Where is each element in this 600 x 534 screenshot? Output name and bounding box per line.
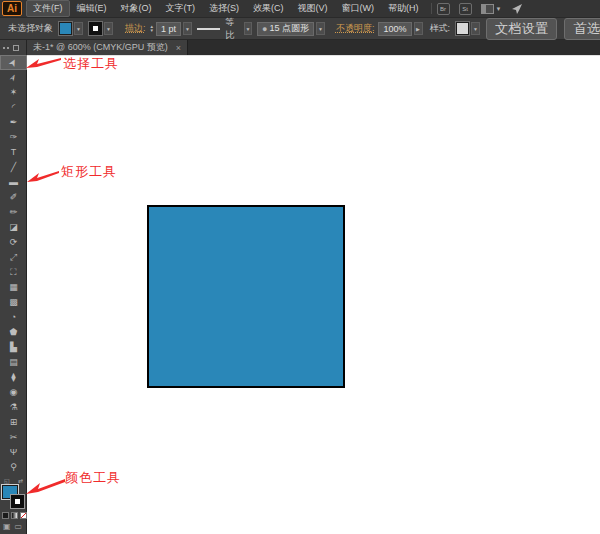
default-fill-stroke-icon[interactable]: ◱ [4,477,10,484]
workspace-switcher[interactable]: ▼ [481,4,502,14]
share-icon[interactable] [511,3,523,15]
color-button[interactable] [2,512,9,519]
document-tab[interactable]: 未-1* @ 600% (CMYK/GPU 预览) × [27,40,188,55]
artboard-tool[interactable]: ⊞ [0,415,27,430]
swap-fill-stroke-icon[interactable]: ⇄ [18,477,23,484]
close-icon[interactable]: × [176,43,181,53]
tab-bar: 未-1* @ 600% (CMYK/GPU 预览) × [0,40,600,55]
brush-dot-icon: ● [262,24,267,34]
chevron-down-icon[interactable]: ▼ [316,22,325,35]
stroke-width-stepper[interactable]: ▲▼ [150,25,154,33]
stroke-color-control[interactable]: ▼ [89,22,113,35]
eyedropper-tool[interactable]: ⧫ [0,370,27,385]
menu-select[interactable]: 选择(S) [202,0,246,17]
stroke-panel-link[interactable]: 描边: [125,22,146,35]
opacity-dropdown[interactable]: 100% ▶ [378,22,422,36]
zoom-tool[interactable]: ⚲ [0,460,27,475]
rectangle-tool[interactable]: ▬ [0,175,27,190]
eraser-tool[interactable]: ◪ [0,220,27,235]
artboard-canvas[interactable] [27,55,600,534]
selection-status: 未选择对象 [8,22,53,35]
rotate-tool[interactable]: ⟳ [0,235,27,250]
stroke-width-value[interactable]: 1 pt [156,22,181,36]
chevron-down-icon[interactable]: ▼ [244,22,252,35]
drawing-mode-icon[interactable]: ▣ [3,522,11,531]
brush-label: 15 点圆形 [269,22,309,35]
opacity-panel-link[interactable]: 不透明度: [336,22,375,35]
menu-file[interactable]: 文件(F) [26,0,70,17]
hand-tool[interactable]: Ψ [0,445,27,460]
blend-tool[interactable]: ◉ [0,385,27,400]
pen-tool[interactable]: ✒ [0,115,27,130]
style-swatch[interactable] [456,22,469,35]
chevron-down-icon[interactable]: ▼ [104,22,113,35]
none-button[interactable] [20,512,27,519]
color-controls: ◱ ⇄ ▣ ▭ [0,476,27,534]
perspective-grid-tool[interactable]: ▦ [0,280,27,295]
menu-window[interactable]: 窗口(W) [335,0,382,17]
scale-tool[interactable]: ⤢ [0,250,27,265]
paintbrush-tool[interactable]: ✐ [0,190,27,205]
fill-color-swatch[interactable] [59,22,72,35]
line-segment-tool[interactable]: ╱ [0,160,27,175]
screen-mode-icon[interactable]: ▭ [15,522,23,531]
graph-tool[interactable]: ▙ [0,340,27,355]
menu-effect[interactable]: 效果(C) [246,0,291,17]
selection-tool-icon: ➤ [7,56,20,68]
brush-dropdown[interactable]: ● 15 点圆形 ▼ [257,22,325,36]
direct-selection-tool-icon: ➢ [7,71,20,83]
style-dropdown[interactable]: ▼ [456,22,480,35]
menu-object[interactable]: 对象(O) [114,0,159,17]
menu-type[interactable]: 文字(T) [159,0,203,17]
gradient-button[interactable] [11,512,18,519]
brush-value[interactable]: ● 15 点圆形 [257,22,314,36]
graph-tool-icon: ▙ [10,343,17,352]
lasso-tool-icon: ◜ [12,103,16,112]
preferences-button[interactable]: 首选项 [564,18,600,40]
scale-tool-icon: ⤢ [10,253,17,262]
type-tool[interactable]: T [0,145,27,160]
symbol-sprayer-tool-icon: ⚗ [9,403,17,412]
shape-builder-tool[interactable]: ◔ [0,310,27,325]
pencil-tool[interactable]: ✏ [0,205,27,220]
bridge-icon[interactable]: Br [437,3,450,15]
selection-tool[interactable]: ➤ [0,55,27,70]
rectangle-tool-icon: ▬ [9,178,18,187]
free-transform-tool-icon: ⛶ [10,268,16,277]
stroke-width-dropdown[interactable]: 1 pt ▼ [156,22,192,36]
gradient-tool[interactable]: ▤ [0,355,27,370]
eyedropper-tool-icon: ⧫ [11,373,15,382]
chevron-down-icon[interactable]: ▼ [183,22,192,35]
panel-collapse-icon[interactable] [13,45,19,51]
width-profile-dropdown[interactable]: 等比 ▼ [197,16,252,42]
perspective-grid-tool-icon: ▦ [9,283,18,292]
chevron-right-icon[interactable]: ▶ [414,22,423,35]
magic-wand-tool[interactable]: ✶ [0,85,27,100]
slice-tool[interactable]: ✂ [0,430,27,445]
opacity-value[interactable]: 100% [378,22,411,36]
chevron-down-icon[interactable]: ▼ [74,22,83,35]
live-paint-bucket-tool[interactable]: ⬟ [0,325,27,340]
gradient-tool-icon: ▤ [9,358,18,367]
curvature-tool[interactable]: ✑ [0,130,27,145]
menu-separator [431,3,432,14]
chevron-down-icon[interactable]: ▼ [471,22,480,35]
lasso-tool[interactable]: ◜ [0,100,27,115]
tools-panel-header[interactable] [0,40,27,55]
app-logo: Ai [2,1,22,16]
stroke-color-swatch[interactable] [89,22,102,35]
canvas-square[interactable] [147,205,345,388]
symbol-sprayer-tool[interactable]: ⚗ [0,400,27,415]
stock-icon[interactable]: St [459,3,472,15]
hand-tool-icon: Ψ [10,448,18,457]
toolbar-stroke-swatch[interactable] [11,495,24,508]
menu-view[interactable]: 视图(V) [291,0,335,17]
annotation-color-tool: 颜色工具 [65,469,121,487]
fill-color-control[interactable]: ▼ [59,22,83,35]
mesh-tool[interactable]: ▩ [0,295,27,310]
menu-help[interactable]: 帮助(H) [381,0,426,17]
menu-edit[interactable]: 编辑(E) [70,0,114,17]
direct-selection-tool[interactable]: ➢ [0,70,27,85]
document-setup-button[interactable]: 文档设置 [486,18,557,40]
free-transform-tool[interactable]: ⛶ [0,265,27,280]
